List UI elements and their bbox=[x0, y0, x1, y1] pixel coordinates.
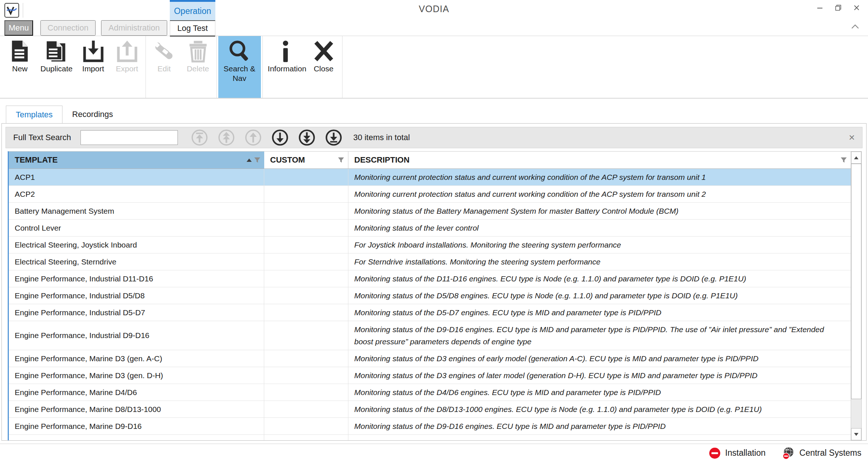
table-row[interactable]: ACP1Monitoring current protection status… bbox=[9, 169, 851, 186]
table-row[interactable]: Engine Performance, Marine D9-D16Monitor… bbox=[9, 418, 851, 435]
collapse-ribbon-button[interactable] bbox=[850, 22, 861, 31]
installation-label: Installation bbox=[725, 448, 765, 458]
restore-button[interactable] bbox=[829, 0, 847, 15]
description-cell: For Sterndrive installations. Monitoring… bbox=[348, 253, 851, 270]
table-row[interactable]: Engine Performance, Marine D3 (gen. A-C)… bbox=[9, 350, 851, 367]
toolbar-divider bbox=[262, 36, 263, 98]
info-icon bbox=[281, 38, 290, 64]
filter-icon[interactable] bbox=[254, 157, 261, 163]
description-cell: Monitoring status of the D11-D16 engines… bbox=[348, 270, 851, 287]
minimize-icon bbox=[816, 4, 824, 11]
filter-icon[interactable] bbox=[840, 157, 847, 163]
toolbar-divider bbox=[146, 36, 146, 98]
description-cell: Monitoring status of the D4/D6 engines. … bbox=[348, 384, 851, 401]
vodia-window: VODIA Operation Menu Connection Administ… bbox=[0, 0, 868, 462]
custom-cell bbox=[264, 321, 348, 350]
toolbar-divider bbox=[216, 36, 217, 98]
tab-templates[interactable]: Templates bbox=[6, 106, 62, 123]
table-row[interactable]: Engine Performance, Marine D8/D13-1000Mo… bbox=[9, 401, 851, 418]
table-row[interactable]: Electrical Steering, Joystick InboardFor… bbox=[9, 237, 851, 253]
new-button[interactable]: New bbox=[3, 36, 37, 98]
search-bar-close-button[interactable]: × bbox=[849, 132, 855, 143]
table-row[interactable]: ACP2Monitoring current protection status… bbox=[9, 186, 851, 203]
description-cell: Monitoring status of the D5/D8 engines. … bbox=[348, 287, 851, 304]
close-view-button[interactable]: Close bbox=[307, 36, 341, 98]
import-button[interactable]: Import bbox=[76, 36, 110, 98]
column-header-custom[interactable]: CUSTOM bbox=[264, 152, 348, 168]
search-input[interactable] bbox=[80, 130, 178, 145]
duplicate-document-icon bbox=[44, 38, 69, 64]
arrow-up-icon bbox=[245, 129, 262, 146]
scroll-up-button[interactable] bbox=[851, 152, 861, 164]
table-row[interactable]: Exhaust Aftertreatment System (EATS)Moni… bbox=[9, 435, 851, 440]
page-down-button[interactable] bbox=[298, 129, 315, 146]
close-window-button[interactable] bbox=[847, 0, 866, 15]
template-cell: Exhaust Aftertreatment System (EATS) bbox=[9, 435, 264, 440]
description-cell: Monitoring status of the engine and EATS… bbox=[348, 435, 851, 440]
custom-cell bbox=[264, 270, 348, 287]
go-last-down-button[interactable] bbox=[325, 129, 342, 146]
vertical-scrollbar[interactable] bbox=[851, 152, 861, 440]
tab-menu[interactable]: Menu bbox=[4, 20, 33, 36]
table-row[interactable]: Engine Performance, Marine D4/D6Monitori… bbox=[9, 384, 851, 401]
column-header-description[interactable]: DESCRIPTION bbox=[348, 152, 851, 168]
minimize-button[interactable] bbox=[811, 0, 829, 15]
ribbon-context-tab-operation[interactable]: Operation bbox=[170, 0, 215, 20]
delete-button[interactable]: Delete bbox=[181, 36, 215, 98]
scroll-down-button[interactable] bbox=[851, 428, 861, 440]
table-row[interactable]: Engine Performance, Industrial D11-D16Mo… bbox=[9, 270, 851, 287]
description-cell: Monitoring status of the D3 engines of e… bbox=[348, 350, 851, 367]
edit-button[interactable]: Edit bbox=[147, 36, 181, 98]
step-down-button[interactable] bbox=[272, 129, 288, 146]
template-table-body: ACP1Monitoring current protection status… bbox=[9, 169, 851, 440]
table-row[interactable]: Engine Performance, Industrial D9-D16Mon… bbox=[9, 321, 851, 350]
duplicate-button[interactable]: Duplicate bbox=[37, 36, 76, 98]
search-nav-button[interactable]: Search & Nav bbox=[218, 36, 261, 98]
page-up-button[interactable] bbox=[218, 129, 235, 146]
templates-panel: Full Text Search bbox=[1, 123, 867, 441]
table-row[interactable]: Battery Management SystemMonitoring stat… bbox=[9, 203, 851, 220]
custom-cell bbox=[264, 350, 348, 367]
toolbar-group-end-divider bbox=[342, 36, 342, 98]
table-row[interactable]: Control LeverMonitoring status of the le… bbox=[9, 220, 851, 237]
search-nav-arrows bbox=[191, 129, 342, 146]
import-arrow-icon bbox=[83, 38, 104, 64]
export-arrow-icon bbox=[116, 38, 138, 64]
template-cell: Control Lever bbox=[9, 220, 264, 236]
information-button[interactable]: Information bbox=[264, 36, 307, 98]
full-text-search-label: Full Text Search bbox=[13, 133, 71, 142]
title-ribbon-area: VODIA Operation Menu Connection Administ… bbox=[0, 0, 868, 36]
custom-cell bbox=[264, 384, 348, 401]
ribbon-toolbar: New Duplicate Import bbox=[0, 36, 868, 99]
template-cell: ACP2 bbox=[9, 186, 264, 202]
tab-connection[interactable]: Connection bbox=[40, 20, 96, 36]
tab-recordings[interactable]: Recordings bbox=[62, 106, 122, 123]
description-cell: Monitoring status of the D5-D7 engines. … bbox=[348, 304, 851, 321]
close-x-icon bbox=[313, 38, 334, 64]
trash-icon bbox=[188, 38, 208, 64]
table-row[interactable]: Engine Performance, Industrial D5-D7Moni… bbox=[9, 304, 851, 321]
table-row[interactable]: Electrical Steering, SterndriveFor Stern… bbox=[9, 253, 851, 270]
window-controls bbox=[811, 0, 866, 15]
wrench-icon bbox=[153, 38, 176, 64]
filter-icon[interactable] bbox=[338, 157, 344, 163]
template-cell: Electrical Steering, Joystick Inboard bbox=[9, 237, 264, 253]
no-entry-icon bbox=[709, 447, 721, 459]
table-row[interactable]: Engine Performance, Industrial D5/D8Moni… bbox=[9, 287, 851, 304]
custom-cell bbox=[264, 253, 348, 270]
column-header-template[interactable]: TEMPLATE bbox=[9, 152, 264, 168]
template-cell: Engine Performance, Industrial D5/D8 bbox=[9, 287, 264, 304]
go-first-up-button[interactable] bbox=[191, 129, 208, 146]
custom-cell bbox=[264, 418, 348, 434]
export-button[interactable]: Export bbox=[110, 36, 144, 98]
scrollbar-thumb[interactable] bbox=[851, 164, 861, 399]
tab-log-test[interactable]: Log Test bbox=[170, 20, 215, 36]
templates-table: TEMPLATE CUSTOM bbox=[8, 151, 862, 440]
scrollbar-track[interactable] bbox=[851, 399, 861, 428]
tab-administration[interactable]: Administration bbox=[101, 20, 167, 36]
table-row[interactable]: Engine Performance, Marine D3 (gen. D-H)… bbox=[9, 367, 851, 384]
globe-blocked-icon bbox=[782, 447, 795, 460]
step-up-button[interactable] bbox=[245, 129, 262, 146]
new-document-icon bbox=[9, 38, 31, 64]
double-arrow-down-icon bbox=[298, 129, 315, 146]
